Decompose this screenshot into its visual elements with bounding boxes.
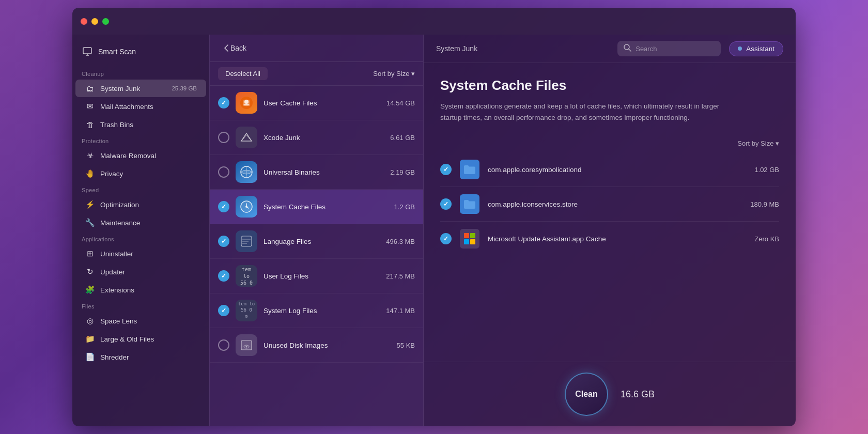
list-item[interactable]: Universal Binaries 2.19 GB [210, 155, 423, 190]
maintenance-label: Maintenance [100, 219, 140, 227]
iconservices-icon [460, 194, 479, 214]
sidebar-item-system-junk[interactable]: 🗂 System Junk 25.39 GB [75, 80, 206, 97]
sidebar-item-optimization[interactable]: ⚡ Optimization [75, 196, 206, 213]
ms-update-size: Zero KB [754, 235, 779, 243]
detail-list-item[interactable]: com.apple.coresymbolicationd 1.02 GB [440, 152, 779, 187]
universal-binaries-icon [236, 161, 257, 183]
large-files-label: Large & Old Files [100, 335, 154, 343]
mail-icon: ✉ [85, 101, 95, 112]
sidebar-item-malware-removal[interactable]: ☣ Malware Removal [75, 147, 206, 164]
system-junk-label: System Junk [100, 85, 140, 92]
maximize-button[interactable] [102, 18, 109, 25]
sidebar-item-smart-scan[interactable]: Smart Scan [72, 41, 209, 63]
malware-icon: ☣ [85, 150, 95, 161]
sidebar-item-space-lens[interactable]: ◎ Space Lens [75, 312, 206, 330]
sidebar-section-cleanup: Cleanup 🗂 System Junk 25.39 GB ✉ Mail At… [72, 67, 209, 134]
section-label-applications: Applications [72, 232, 209, 244]
clean-button[interactable]: Clean [565, 373, 608, 416]
detail-sort-control: Sort by Size ▾ [440, 140, 779, 147]
back-label: Back [230, 44, 246, 52]
privacy-label: Privacy [100, 170, 123, 178]
checkbox-disk-images[interactable] [218, 339, 229, 351]
disk-images-size: 55 KB [397, 342, 415, 349]
language-files-name: Language Files [264, 238, 311, 245]
list-item[interactable]: temlo56 0 User Log Files 217.5 MB [210, 259, 423, 293]
system-log-name: System Log Files [264, 307, 317, 315]
core-symbolication-icon [460, 160, 479, 179]
detail-sort-button[interactable]: Sort by Size ▾ [737, 140, 779, 147]
assistant-button[interactable]: Assistant [729, 41, 783, 56]
minimize-button[interactable] [91, 18, 98, 25]
system-cache-icon [236, 196, 257, 218]
sidebar-item-uninstaller[interactable]: ⊞ Uninstaller [75, 245, 206, 262]
xcode-icon [236, 127, 257, 148]
traffic-lights [81, 18, 109, 25]
system-cache-name: System Cache Files [264, 203, 326, 211]
main-window: Smart Scan Cleanup 🗂 System Junk 25.39 G… [72, 8, 796, 426]
right-panel: System Junk Assistant System [424, 35, 796, 426]
sidebar-item-large-old[interactable]: 📁 Large & Old Files [75, 330, 206, 348]
list-item[interactable]: System Cache Files 1.2 GB [210, 190, 423, 224]
deselect-all-button[interactable]: Deselect All [218, 67, 268, 80]
space-lens-icon: ◎ [85, 316, 95, 326]
xcode-name: Xcode Junk [264, 134, 300, 142]
sidebar-item-maintenance[interactable]: 🔧 Maintenance [75, 214, 206, 231]
list-item[interactable]: tem lo56 0⚙ System Log Files 147.1 MB [210, 293, 423, 328]
checkbox-user-cache[interactable] [218, 97, 229, 109]
section-label-cleanup: Cleanup [72, 67, 209, 79]
privacy-icon: 🤚 [85, 168, 95, 179]
file-list: User Cache Files 14.54 GB Xcode Junk 6.6… [210, 86, 423, 426]
detail-list-item[interactable]: Microsoft Update Assistant.app Cache Zer… [440, 222, 779, 256]
right-footer: Clean 16.6 GB [424, 362, 796, 426]
search-icon [624, 44, 631, 53]
back-button[interactable]: Back [220, 42, 251, 54]
checkbox-xcode[interactable] [218, 132, 229, 143]
user-log-icon: temlo56 0 [236, 265, 257, 287]
list-item[interactable]: Language Files 496.3 MB [210, 224, 423, 259]
detail-check-iconservices[interactable] [440, 198, 452, 210]
list-item[interactable]: Unused Disk Images 55 KB [210, 328, 423, 363]
list-item[interactable]: User Cache Files 14.54 GB [210, 86, 423, 120]
sidebar-item-trash-bins[interactable]: 🗑 Trash Bins [75, 116, 206, 133]
large-files-icon: 📁 [85, 334, 95, 344]
detail-description: System applications generate and keep a … [440, 101, 740, 123]
sidebar-item-updater[interactable]: ↻ Updater [75, 263, 206, 281]
checkbox-system-cache[interactable] [218, 201, 229, 212]
search-input[interactable] [636, 45, 715, 53]
svg-point-4 [244, 100, 249, 104]
detail-list-item[interactable]: com.apple.iconservices.store 180.9 MB [440, 187, 779, 222]
system-log-icon: tem lo56 0⚙ [236, 300, 257, 321]
language-files-icon [236, 230, 257, 252]
titlebar [72, 8, 796, 35]
center-toolbar: Deselect All Sort by Size ▾ [210, 62, 423, 86]
checkbox-language[interactable] [218, 236, 229, 247]
sidebar-section-protection: Protection ☣ Malware Removal 🤚 Privacy [72, 134, 209, 183]
search-container [617, 41, 721, 56]
sidebar-item-privacy[interactable]: 🤚 Privacy [75, 165, 206, 182]
uninstaller-icon: ⊞ [85, 249, 95, 259]
checkbox-system-log[interactable] [218, 305, 229, 316]
iconservices-size: 180.9 MB [750, 200, 779, 208]
right-panel-title: System Junk [436, 44, 477, 53]
sidebar-item-shredder[interactable]: 📄 Shredder [75, 348, 206, 366]
user-cache-size: 14.54 GB [386, 99, 415, 107]
svg-rect-0 [83, 48, 91, 54]
checkbox-user-log[interactable] [218, 270, 229, 282]
trash-label: Trash Bins [100, 121, 133, 129]
close-button[interactable] [81, 18, 87, 25]
disk-images-name: Unused Disk Images [264, 342, 328, 349]
checkbox-universal[interactable] [218, 166, 229, 178]
sort-by-size-button[interactable]: Sort by Size ▾ [373, 70, 415, 78]
assistant-dot-icon [738, 47, 742, 51]
user-log-size: 217.5 MB [386, 272, 415, 280]
detail-check-core-symbolication[interactable] [440, 164, 452, 175]
list-item[interactable]: Xcode Junk 6.61 GB [210, 120, 423, 155]
center-panel: Back Deselect All Sort by Size ▾ [209, 35, 424, 426]
iconservices-name: com.apple.iconservices.store [488, 200, 742, 208]
sidebar-item-mail-attachments[interactable]: ✉ Mail Attachments [75, 98, 206, 115]
maintenance-icon: 🔧 [85, 218, 95, 228]
sidebar-item-extensions[interactable]: 🧩 Extensions [75, 281, 206, 299]
right-content: System Cache Files System applications g… [424, 63, 796, 362]
sidebar-section-applications: Applications ⊞ Uninstaller ↻ Updater 🧩 [72, 232, 209, 299]
detail-check-ms-update[interactable] [440, 233, 452, 244]
